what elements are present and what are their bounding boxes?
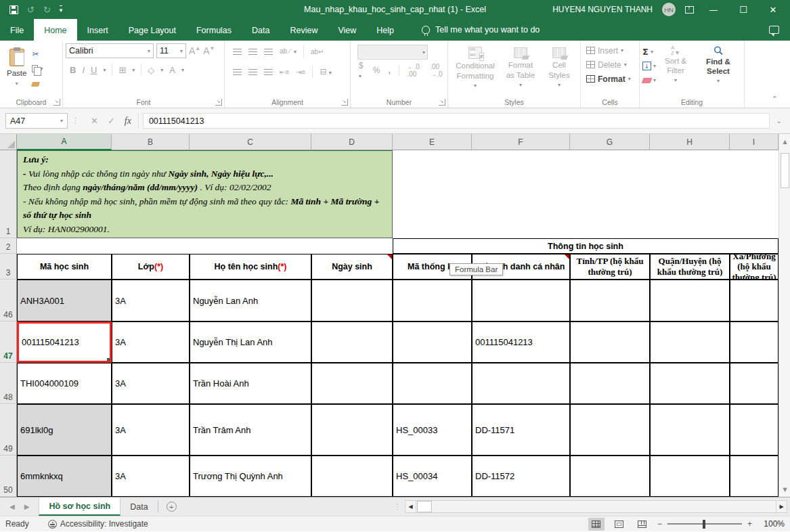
row-header-46[interactable]: 46 <box>0 280 17 322</box>
cell-A50[interactable]: 6mmknkxq <box>17 456 112 497</box>
cell-D46[interactable] <box>311 280 393 322</box>
header-cell-C3[interactable]: Họ tên học sinh (*) <box>190 254 311 280</box>
increase-decimal-button[interactable]: ←.0 .00 <box>407 63 422 78</box>
vertical-scrollbar[interactable]: ▲ ▼ <box>778 134 790 497</box>
accessibility-status[interactable]: Accessibility: Investigate <box>48 519 148 529</box>
fill-button[interactable]: ↓▾ <box>642 60 656 72</box>
tab-help[interactable]: Help <box>366 19 404 41</box>
row-header-48[interactable]: 48 <box>0 363 17 404</box>
confirm-entry-icon[interactable]: ✓ <box>108 116 115 126</box>
empty-region-row2[interactable] <box>17 238 393 254</box>
font-family-select[interactable]: Calibri▾ <box>66 43 154 58</box>
name-box-splitter[interactable]: ⋮ <box>72 116 80 125</box>
sheet-tab-ho-so-hoc-sinh[interactable]: Hồ sơ học sinh <box>39 497 120 516</box>
empty-region-row1[interactable] <box>393 150 778 238</box>
comma-style-button[interactable]: , <box>388 66 390 75</box>
cell-G47[interactable] <box>570 322 650 363</box>
wrap-text-button[interactable]: ab↵ <box>311 48 324 56</box>
center-icon[interactable] <box>248 69 257 75</box>
tab-file[interactable]: File <box>0 19 34 41</box>
scroll-right-icon[interactable]: ▶ <box>776 501 787 512</box>
column-header-D[interactable]: D <box>311 134 393 150</box>
maximize-button[interactable]: ☐ <box>733 5 753 15</box>
scroll-down-icon[interactable]: ▼ <box>780 483 790 495</box>
cell-H50[interactable] <box>650 456 730 497</box>
cell-D47[interactable] <box>311 322 393 363</box>
cell-G49[interactable] <box>570 404 650 456</box>
cell-H47[interactable] <box>650 322 730 363</box>
vertical-scroll-thumb[interactable] <box>781 153 789 188</box>
collapse-ribbon-icon[interactable]: ⌃ <box>772 95 778 104</box>
row-header-1[interactable]: 1 <box>0 150 17 238</box>
header-cell-H3[interactable]: Quận/Huyện (hộ khẩu thường trú) <box>650 254 730 280</box>
middle-align-icon[interactable] <box>248 49 257 55</box>
cell-C49[interactable]: Trần Trâm Anh <box>190 404 311 456</box>
cell-H46[interactable] <box>650 280 730 322</box>
cell-I47[interactable] <box>730 322 778 363</box>
sort-filter-button[interactable]: AZ▼ Sort & Filter▾ <box>656 43 695 95</box>
column-header-F[interactable]: F <box>472 134 570 150</box>
borders-button[interactable]: ⊞ <box>118 65 126 75</box>
cell-E47[interactable] <box>393 322 472 363</box>
decrease-indent-button[interactable]: ⇤≡ <box>280 68 289 76</box>
cell-C48[interactable]: Trần Hoài Anh <box>190 363 311 404</box>
cell-F48[interactable] <box>472 363 570 404</box>
cell-E48[interactable] <box>393 363 472 404</box>
cell-F46[interactable] <box>472 280 570 322</box>
undo-icon[interactable]: ↺ <box>27 5 35 14</box>
cell-I49[interactable] <box>730 404 778 456</box>
cell-E50[interactable]: HS_00034 <box>393 456 472 497</box>
cell-E49[interactable]: HS_00033 <box>393 404 472 456</box>
new-sheet-button[interactable]: + <box>158 497 185 516</box>
close-button[interactable]: ✕ <box>763 5 783 15</box>
tab-page-layout[interactable]: Page Layout <box>118 19 186 41</box>
header-cell-A3[interactable]: Mã học sinh <box>17 254 112 280</box>
merge-center-button[interactable]: ⊟ ▾ <box>320 67 331 76</box>
comments-icon[interactable] <box>769 26 779 34</box>
decrease-decimal-button[interactable]: .00 →.0 <box>430 63 445 78</box>
cell-A48[interactable]: THI004000109 <box>17 363 112 404</box>
row-header-49[interactable]: 49 <box>0 404 17 456</box>
normal-view-button[interactable] <box>588 518 605 531</box>
save-icon[interactable] <box>9 5 18 14</box>
format-as-table-button[interactable]: Format as Table▾ <box>500 43 542 92</box>
cell-H48[interactable] <box>650 363 730 404</box>
fill-color-button[interactable]: ◇ <box>148 65 154 75</box>
bold-button[interactable]: B <box>70 65 76 75</box>
copy-button[interactable]: ▾ <box>32 63 43 74</box>
ribbon-display-options-icon[interactable] <box>685 6 694 14</box>
cell-E46[interactable] <box>393 280 472 322</box>
underline-button[interactable]: U <box>91 65 97 75</box>
align-left-icon[interactable] <box>233 69 242 75</box>
tell-me-box[interactable]: Tell me what you want to do <box>404 19 540 41</box>
delete-cells-button[interactable]: Delete▾ <box>584 59 636 70</box>
cell-G46[interactable] <box>570 280 650 322</box>
name-box[interactable]: A47▾ <box>5 113 68 129</box>
paste-button[interactable]: Paste ▾ <box>3 43 30 92</box>
note-cell[interactable]: Lưu ý:- Vui lòng nhập các thông tin ngày… <box>17 150 393 238</box>
cell-A46[interactable]: ANH3A001 <box>17 280 112 322</box>
top-align-icon[interactable] <box>233 49 242 55</box>
cell-B48[interactable]: 3A <box>112 363 190 404</box>
accounting-format-button[interactable]: $ ▾ <box>359 61 365 80</box>
cell-styles-button[interactable]: Cell Styles▾ <box>542 43 577 92</box>
autosum-button[interactable]: Σ▾ <box>642 46 656 58</box>
insert-function-icon[interactable]: fx <box>125 116 131 127</box>
select-all-corner[interactable] <box>0 134 17 150</box>
cancel-entry-icon[interactable]: ✕ <box>91 116 98 126</box>
clipboard-dialog-launcher[interactable]: ↘ <box>53 99 60 106</box>
tab-home[interactable]: Home <box>34 19 76 41</box>
scroll-left-icon[interactable]: ◀ <box>405 501 416 512</box>
percent-style-button[interactable]: % <box>373 66 380 75</box>
column-header-A[interactable]: A <box>17 134 112 150</box>
sheet-nav-left-icon[interactable]: ◀ <box>9 503 15 510</box>
horizontal-scroll-thumb[interactable] <box>417 501 432 512</box>
tab-review[interactable]: Review <box>280 19 328 41</box>
formula-input[interactable]: 001115041213 <box>143 113 770 129</box>
header-cell-I3[interactable]: Xã/Phường (hộ khẩu thường trú) <box>730 254 778 280</box>
tab-data[interactable]: Data <box>242 19 280 41</box>
font-dialog-launcher[interactable]: ↘ <box>215 99 222 106</box>
zoom-level[interactable]: 100% <box>759 519 785 529</box>
decrease-font-size-button[interactable]: A▼ <box>203 45 215 56</box>
header-cell-D3[interactable]: Ngày sinh <box>311 254 393 280</box>
